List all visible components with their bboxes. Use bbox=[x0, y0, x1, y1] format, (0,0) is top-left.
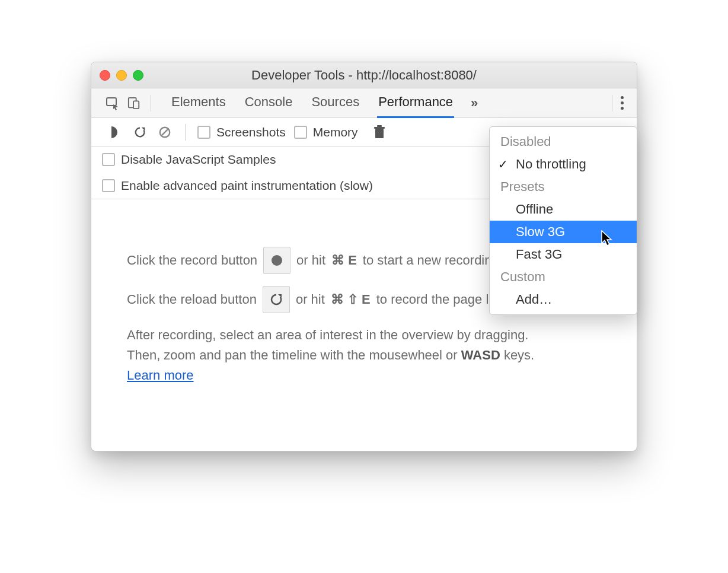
dropdown-item-offline[interactable]: Offline bbox=[490, 198, 637, 221]
dropdown-item-slow-3g[interactable]: Slow 3G bbox=[490, 221, 637, 243]
record-button[interactable] bbox=[263, 247, 290, 274]
dropdown-item-add[interactable]: Add… bbox=[490, 288, 637, 311]
item-label: No throttling bbox=[516, 157, 586, 171]
overview-instruction: After recording, select an area of inter… bbox=[127, 325, 601, 386]
checkbox-icon bbox=[102, 179, 115, 192]
item-label: Offline bbox=[516, 202, 553, 217]
tab-elements[interactable]: Elements bbox=[170, 88, 227, 117]
svg-rect-7 bbox=[377, 125, 382, 127]
svg-rect-6 bbox=[374, 127, 385, 129]
memory-checkbox[interactable]: Memory bbox=[294, 125, 358, 139]
more-tabs-button[interactable]: » bbox=[471, 95, 478, 111]
dropdown-section-custom: Custom bbox=[490, 266, 637, 288]
text-line: Then, zoom and pan the timeline with the… bbox=[127, 345, 601, 365]
divider bbox=[151, 95, 151, 112]
dropdown-section-presets: Presets bbox=[490, 176, 637, 198]
item-label: Slow 3G bbox=[516, 224, 565, 239]
panel-tabs: Elements Console Sources Performance bbox=[170, 88, 454, 117]
traffic-lights bbox=[100, 70, 143, 81]
record-icon[interactable] bbox=[107, 124, 123, 141]
text: After recording, select an area of inter… bbox=[127, 325, 601, 345]
text: or hit bbox=[296, 289, 325, 310]
keyboard-shortcut: ⌘ E bbox=[331, 250, 357, 270]
screenshots-checkbox[interactable]: Screenshots bbox=[197, 125, 286, 139]
svg-rect-5 bbox=[375, 129, 384, 138]
check-icon: ✓ bbox=[498, 157, 508, 171]
dropdown-item-fast-3g[interactable]: Fast 3G bbox=[490, 243, 637, 266]
inspect-element-icon[interactable] bbox=[104, 95, 121, 112]
svg-line-4 bbox=[161, 128, 169, 136]
svg-rect-2 bbox=[133, 101, 139, 109]
keyboard-shortcut: ⌘ ⇧ E bbox=[331, 289, 371, 310]
titlebar: Developer Tools - http://localhost:8080/ bbox=[91, 62, 637, 88]
checkbox-icon bbox=[102, 153, 115, 166]
record-dot-icon bbox=[272, 255, 282, 266]
minimize-window-button[interactable] bbox=[116, 70, 127, 81]
clear-icon[interactable] bbox=[157, 124, 173, 141]
text: Then, zoom and pan the timeline with the… bbox=[127, 348, 461, 362]
dropdown-item-no-throttling[interactable]: ✓ No throttling bbox=[490, 153, 637, 176]
text: to start a new recording. bbox=[363, 250, 503, 270]
reload-button[interactable] bbox=[263, 286, 290, 313]
network-throttling-dropdown: Disabled ✓ No throttling Presets Offline… bbox=[489, 126, 637, 315]
learn-more-link[interactable]: Learn more bbox=[127, 368, 194, 383]
zoom-window-button[interactable] bbox=[133, 70, 143, 81]
memory-label: Memory bbox=[313, 125, 358, 139]
reload-icon[interactable] bbox=[132, 124, 148, 141]
window-title: Developer Tools - http://localhost:8080/ bbox=[91, 68, 637, 83]
svg-rect-0 bbox=[107, 98, 116, 106]
item-label: Add… bbox=[516, 292, 552, 307]
tabs-bar: Elements Console Sources Performance » bbox=[91, 88, 637, 118]
tab-performance[interactable]: Performance bbox=[377, 88, 454, 118]
wasd-keys: WASD bbox=[461, 348, 500, 362]
divider bbox=[612, 95, 612, 112]
tab-sources[interactable]: Sources bbox=[310, 88, 360, 117]
close-window-button[interactable] bbox=[100, 70, 110, 81]
text: Click the reload button bbox=[127, 289, 257, 310]
checkbox-icon bbox=[197, 126, 210, 139]
text: keys. bbox=[500, 348, 534, 362]
screenshots-label: Screenshots bbox=[216, 125, 286, 139]
enable-paint-label: Enable advanced paint instrumentation (s… bbox=[121, 179, 373, 193]
disable-js-samples-checkbox[interactable]: Disable JavaScript Samples bbox=[102, 152, 276, 167]
dropdown-section-disabled: Disabled bbox=[490, 130, 637, 153]
garbage-collect-icon[interactable] bbox=[371, 124, 388, 141]
enable-paint-checkbox[interactable]: Enable advanced paint instrumentation (s… bbox=[102, 179, 373, 193]
divider bbox=[185, 124, 186, 141]
device-toggle-icon[interactable] bbox=[126, 95, 142, 112]
checkbox-icon bbox=[294, 126, 307, 139]
reload-icon bbox=[269, 292, 283, 307]
disable-js-label: Disable JavaScript Samples bbox=[121, 152, 276, 167]
text: or hit bbox=[296, 250, 325, 270]
item-label: Fast 3G bbox=[516, 247, 562, 262]
tab-console[interactable]: Console bbox=[244, 88, 294, 117]
text: Click the record button bbox=[127, 250, 257, 270]
overflow-menu-button[interactable] bbox=[621, 96, 624, 110]
